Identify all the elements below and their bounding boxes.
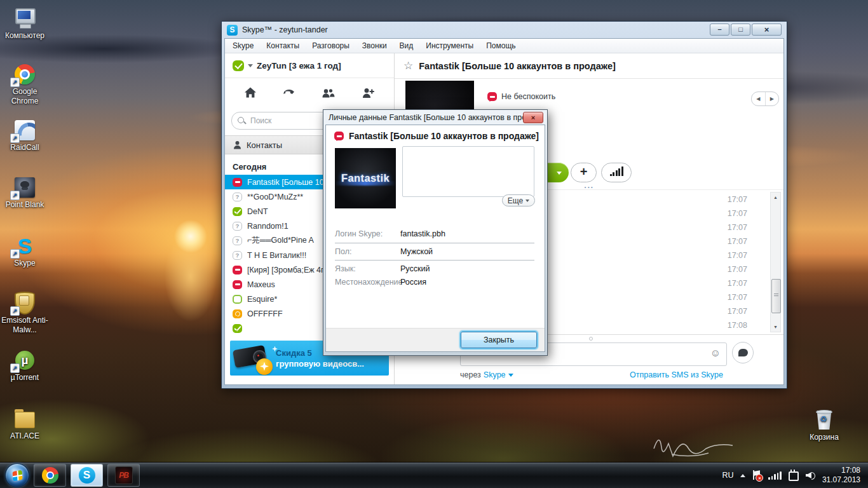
tab-contacts-label: Контакты bbox=[247, 140, 282, 150]
search-placeholder: Поиск bbox=[250, 116, 271, 125]
taskbar-skype-button[interactable]: S bbox=[71, 464, 103, 487]
status-unknown-icon: ? bbox=[233, 193, 242, 201]
home-icon[interactable] bbox=[243, 86, 257, 100]
promo-line2: групповую видеосв... bbox=[276, 358, 364, 369]
status-dnd-icon bbox=[487, 92, 497, 101]
self-status-row[interactable]: ZeyTun [3 ежа 1 год] bbox=[225, 53, 394, 78]
resize-handle[interactable] bbox=[589, 337, 593, 341]
desktop-icon-emsisoft[interactable]: ↗ Emsisoft Anti-Malw... bbox=[0, 291, 50, 335]
send-sms-link[interactable]: Отправить SMS из Skype bbox=[630, 370, 723, 379]
scroll-up-arrow[interactable]: ▲ bbox=[771, 193, 780, 202]
search-icon bbox=[238, 117, 246, 125]
icon-label: Google Chrome bbox=[0, 87, 50, 106]
status-online-icon bbox=[233, 207, 242, 216]
taskbar-pointblank-button[interactable]: PB bbox=[107, 464, 140, 487]
menu-view[interactable]: Вид bbox=[393, 41, 420, 50]
self-name: ZeyTun [3 ежа 1 год] bbox=[257, 61, 341, 71]
show-hidden-icons-arrow[interactable] bbox=[740, 471, 745, 477]
emoticon-icon[interactable]: ☺ bbox=[710, 348, 721, 358]
scrollbar[interactable]: ▲ ▼ bbox=[770, 192, 781, 332]
scrollbar-thumb[interactable] bbox=[771, 279, 781, 313]
volume-icon[interactable] bbox=[806, 471, 815, 480]
status-unknown-icon: ? bbox=[233, 222, 242, 231]
status-dnd-icon bbox=[334, 132, 344, 140]
taskbar: S PB RU × 17:08 31.07.2013 bbox=[0, 462, 868, 488]
field-value: Русский bbox=[400, 264, 430, 273]
field-label: Язык: bbox=[335, 264, 400, 273]
menu-help[interactable]: Помощь bbox=[480, 41, 522, 50]
menu-calls[interactable]: Звонки bbox=[356, 41, 393, 50]
dialog-titlebar[interactable]: Личные данные Fantastik [Больше 10 аккау… bbox=[325, 110, 545, 125]
star-badge-icon bbox=[256, 358, 273, 375]
desktop-icon-recyclebin[interactable]: ♻ Корзина bbox=[799, 408, 849, 442]
avatar-text: Fantastik bbox=[341, 172, 390, 184]
field-value: Мужской bbox=[400, 247, 433, 256]
skype-icon: S bbox=[18, 235, 32, 257]
contacts-group-icon[interactable] bbox=[320, 86, 336, 100]
language-indicator[interactable]: RU bbox=[722, 471, 733, 480]
window-title: Skype™ - zeytun-tander bbox=[242, 25, 328, 34]
menu-skype[interactable]: Skype bbox=[226, 41, 260, 50]
field-label: Логин Skype: bbox=[335, 229, 400, 238]
icon-label: ATI.ACE bbox=[0, 431, 50, 441]
mood-message-box[interactable] bbox=[402, 146, 534, 197]
dialog-close-icon[interactable]: × bbox=[523, 112, 543, 123]
desktop-icon-utorrent[interactable]: µ↗ µTorrent bbox=[0, 348, 50, 383]
desktop-icon-chrome[interactable]: ↗ Google Chrome bbox=[0, 62, 50, 106]
taskbar-chrome-button[interactable] bbox=[34, 464, 66, 487]
scroll-down-arrow[interactable]: ▼ bbox=[771, 322, 780, 332]
desktop-icon-atiace[interactable]: ATI.ACE bbox=[0, 407, 50, 441]
icon-label: Skype bbox=[0, 259, 50, 268]
tab-contacts[interactable]: Контакты bbox=[225, 135, 324, 154]
desktop-icon-skype[interactable]: S↗ Skype bbox=[0, 234, 50, 268]
desktop-icon-pointblank[interactable]: ↗ Point Blank bbox=[0, 175, 50, 210]
nav-back-button[interactable]: ◀ bbox=[752, 92, 766, 105]
network-icon[interactable] bbox=[789, 471, 799, 481]
start-button[interactable] bbox=[5, 463, 29, 487]
maximize-button[interactable]: □ bbox=[731, 24, 750, 36]
shortcut-arrow-icon: ↗ bbox=[10, 191, 20, 200]
close-button[interactable]: × bbox=[752, 24, 782, 36]
dialog-title: Личные данные Fantastik [Больше 10 аккау… bbox=[329, 113, 523, 122]
chevron-down-icon bbox=[526, 200, 529, 204]
via-channel-dropdown[interactable]: Skype bbox=[484, 370, 506, 379]
chevron-down-icon bbox=[557, 172, 562, 177]
signal-bars-icon bbox=[610, 174, 612, 176]
folder-icon bbox=[15, 412, 35, 428]
divider bbox=[335, 260, 534, 261]
clock[interactable]: 17:08 31.07.2013 bbox=[822, 466, 860, 485]
desktop-icon-computer[interactable]: Компьютер bbox=[0, 6, 50, 41]
chevron-down-icon bbox=[508, 374, 513, 379]
shortcut-arrow-icon: ↗ bbox=[10, 133, 20, 143]
menu-bar: Skype Контакты Разговоры Звонки Вид Инст… bbox=[225, 39, 783, 53]
action-center-flag-icon[interactable]: × bbox=[752, 470, 761, 480]
close-dialog-button[interactable]: Закрыть bbox=[461, 332, 537, 348]
favorite-star-icon[interactable]: ☆ bbox=[403, 60, 413, 71]
send-message-button[interactable] bbox=[732, 342, 754, 363]
menu-contacts[interactable]: Контакты bbox=[260, 41, 306, 50]
status-online-icon[interactable] bbox=[233, 60, 244, 71]
nav-forward-button[interactable]: ▶ bbox=[766, 92, 779, 105]
add-to-conversation-button[interactable]: + bbox=[571, 163, 597, 182]
dialog-contact-name: Fantastik [Больше 10 аккаунтов в продаже… bbox=[349, 131, 539, 141]
via-prefix: через bbox=[460, 370, 481, 379]
skype-titlebar[interactable]: S Skype™ - zeytun-tander – □ × bbox=[224, 22, 784, 38]
timestamp-column: 17:0717:07 17:0717:07 17:0717:07 17:0717… bbox=[728, 193, 747, 332]
status-away-icon bbox=[233, 309, 242, 318]
menu-tools[interactable]: Инструменты bbox=[419, 41, 480, 50]
webcam-icon bbox=[234, 344, 271, 372]
call-quality-button[interactable] bbox=[601, 163, 632, 182]
status-dnd-icon bbox=[233, 280, 242, 289]
skype-icon: S bbox=[79, 467, 95, 484]
error-badge-icon: × bbox=[756, 474, 763, 482]
minimize-button[interactable]: – bbox=[710, 24, 729, 36]
history-nav: ◀ ▶ bbox=[751, 92, 779, 106]
dialog-avatar: Fantastik bbox=[335, 148, 396, 208]
desktop-icon-raidcall[interactable]: ↗ RaidCall bbox=[0, 118, 50, 152]
add-contact-icon[interactable] bbox=[360, 86, 376, 100]
more-button[interactable]: Еще bbox=[502, 194, 535, 207]
icon-label: Emsisoft Anti-Malw... bbox=[0, 316, 50, 335]
signal-strength-icon[interactable] bbox=[768, 471, 782, 480]
menu-conversations[interactable]: Разговоры bbox=[306, 41, 356, 50]
call-phones-icon[interactable] bbox=[282, 86, 296, 100]
